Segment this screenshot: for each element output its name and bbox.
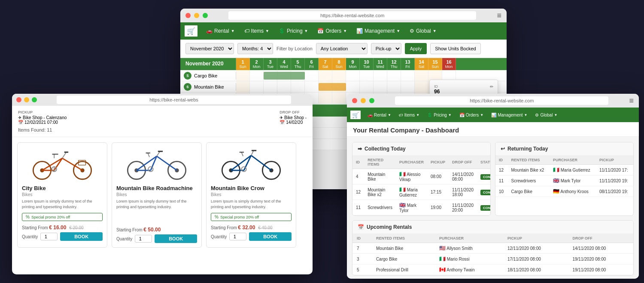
dash-nav-items[interactable]: 🏷Items▼	[395, 111, 423, 119]
minimize-dot[interactable]	[194, 13, 199, 18]
nav-global[interactable]: ⚙Global▼	[405, 26, 441, 36]
pickup-dropoff-section: PICKUP ✈ Bike Shop - Calenzano 📅 12/02/2…	[18, 110, 307, 125]
roadmachine-svg	[116, 147, 197, 181]
row-pickup: 19:00	[427, 200, 449, 215]
apply-button[interactable]: Apply	[405, 43, 427, 54]
collecting-today-table: ID RENTED ITEMS PURCHASER PICKUP DROP OF…	[352, 156, 491, 215]
roadmachine-qty-input[interactable]	[135, 235, 152, 243]
city-bike-new-price: € 16.00	[49, 225, 66, 231]
nav-items[interactable]: 🏷Items▼	[240, 26, 273, 36]
svg-line-23	[157, 151, 160, 156]
browser-menu[interactable]: ≡	[497, 11, 501, 20]
dropoff-shop: Bike Shop -	[284, 115, 307, 120]
up-row-item: Professional Drill	[372, 265, 435, 275]
nav-orders[interactable]: 📅Orders▼	[313, 26, 351, 36]
up-row-pickup: 18/11/2020 08:00	[503, 265, 568, 275]
month-select[interactable]: November 2020	[185, 43, 234, 54]
svg-line-8	[62, 152, 66, 158]
day-3: 3Tue	[264, 58, 277, 70]
crow-new-price: € 32.00	[238, 225, 255, 231]
city-bike-book-button[interactable]: BOOK	[60, 232, 103, 241]
up-row-item: Mountain Bike	[372, 243, 435, 254]
row-dropoff: 14/11/2020 08:00	[449, 169, 477, 185]
up-row-purchaser: 🇮🇹 Mario Rossi	[435, 254, 503, 265]
dashboard-main-content: ➡ Collecting Today ID RENTED ITEMS PURCH…	[347, 137, 639, 279]
dash-nav-orders[interactable]: 📅Orders▼	[456, 111, 487, 119]
item-card-roadmachine: Mountain Bike Roadmachine Bikes Lorem Ip…	[112, 142, 202, 248]
ret-col-rented: RENTED ITEMS	[508, 156, 550, 165]
row-item: Mountain Bike	[364, 169, 396, 185]
city-bike-promo: % Special promo 20% off	[22, 213, 103, 221]
day-5: 5Thu	[291, 58, 305, 70]
row-status: CONFIRMED	[477, 200, 491, 215]
table-row: 10 Cargo Bike 🇩🇪 Anthony Kroos 08/11/202…	[495, 186, 633, 197]
items-close-dot[interactable]	[16, 97, 21, 102]
table-row: 12 Mountain Bike x2 🇮🇹 Maria Gutierrez 1…	[352, 185, 491, 200]
edit-icon[interactable]: ✏	[490, 84, 493, 95]
table-row: 12 Mountain Bike x2 🇮🇹 Maria Gutierrez 1…	[495, 165, 633, 175]
dash-maximize-dot[interactable]	[369, 98, 374, 103]
city-bike-svg	[22, 147, 103, 181]
city-bike-name: City Bike	[22, 185, 103, 191]
dash-nav-global[interactable]: ⚙Global▼	[532, 111, 561, 119]
dash-nav-rental[interactable]: 🚗Rental▼	[364, 111, 395, 119]
col-id: ID	[352, 156, 364, 169]
city-bike-qty-input[interactable]	[40, 233, 58, 240]
dash-browser-menu[interactable]: ≡	[629, 96, 634, 105]
collecting-today-header: ➡ Collecting Today	[352, 142, 490, 156]
main-titlebar: https://bike-rental-website.com ≡	[180, 9, 507, 22]
row-id: 11	[352, 200, 364, 215]
day-15: 15Sun	[428, 58, 442, 70]
months-select[interactable]: Months: 4	[237, 43, 273, 54]
maximize-dot[interactable]	[203, 13, 208, 18]
main-navbar: 🛒 🚗Rental▼ 🏷Items▼ 💲Pricing▼ 📅Orders▼ 📊M…	[180, 22, 507, 40]
dash-minimize-dot[interactable]	[361, 98, 366, 103]
up-row-item: Cargo Bike	[372, 254, 435, 265]
table-row: 5 Professional Drill 🇨🇦 Anthony Twain 18…	[352, 265, 633, 275]
crow-qty-input[interactable]	[229, 233, 246, 240]
dash-close-dot[interactable]	[352, 98, 357, 103]
close-dot[interactable]	[185, 13, 191, 18]
ret-row-purchaser: 🇩🇪 Anthony Kroos	[550, 186, 596, 197]
items-url-bar[interactable]: https://bike-rental-webs	[57, 95, 291, 104]
day-16: 16Mon	[442, 58, 456, 70]
crow-book-button[interactable]: BOOK	[249, 232, 292, 241]
day-8: 8Sun	[332, 58, 346, 70]
roadmachine-book-button[interactable]: BOOK	[155, 234, 197, 243]
crow-image	[211, 147, 292, 181]
qty-label-2: Quantity	[116, 237, 132, 241]
roadmachine-no-promo	[116, 213, 197, 223]
row-purchaser: 🇮🇹 Alessio Vikwp	[396, 169, 427, 185]
location-select[interactable]: Any Location	[316, 43, 368, 54]
roadmachine-name: Mountain Bike Roadmachine	[116, 185, 197, 191]
nav-management[interactable]: 📊Management▼	[352, 26, 404, 36]
ret-row-id: 12	[495, 165, 508, 175]
dash-nav-pricing[interactable]: 💲Pricing▼	[424, 111, 455, 119]
pickup-select[interactable]: Pick-up	[371, 43, 401, 54]
items-minimize-dot[interactable]	[24, 97, 29, 102]
nav-pricing[interactable]: 💲Pricing▼	[274, 26, 313, 36]
up-row-purchaser: 🇺🇸 Allyson Smith	[435, 243, 503, 254]
dash-url-bar[interactable]: https://bike-rental-website.com	[395, 96, 608, 105]
nav-logo[interactable]: 🛒	[184, 25, 198, 37]
url-bar[interactable]: https://bike-rental-website.com	[228, 11, 476, 20]
svg-line-33	[251, 155, 271, 170]
items-maximize-dot[interactable]	[32, 97, 37, 102]
show-units-button[interactable]: Show Units Bocked	[430, 43, 480, 54]
dash-nav-management[interactable]: 📊Management▼	[488, 111, 531, 119]
up-row-dropoff: 19/11/2020 08:00	[568, 265, 633, 275]
table-row: 7 Mountain Bike 🇺🇸 Allyson Smith 12/11/2…	[352, 243, 633, 254]
roadmachine-category: Bikes	[116, 192, 197, 197]
items-found-count: Items Found: 11	[18, 127, 307, 132]
november-header: November 2020 1Sun 2Mon 3Tue 4Wed 5Thu 6…	[180, 58, 507, 70]
nav-rental[interactable]: 🚗Rental▼	[202, 26, 239, 36]
day-14: 14Sat	[415, 58, 428, 70]
crow-svg	[211, 147, 292, 181]
dash-nav-logo[interactable]: 🛒	[349, 110, 361, 120]
row-id: 4	[352, 169, 364, 185]
up-row-id: 5	[352, 265, 372, 275]
up-row-id: 7	[352, 243, 372, 254]
city-bike-category: Bikes	[22, 192, 103, 197]
crow-name: Mountain Bike Crow	[211, 185, 292, 191]
day-13: 13Fri	[401, 58, 415, 70]
